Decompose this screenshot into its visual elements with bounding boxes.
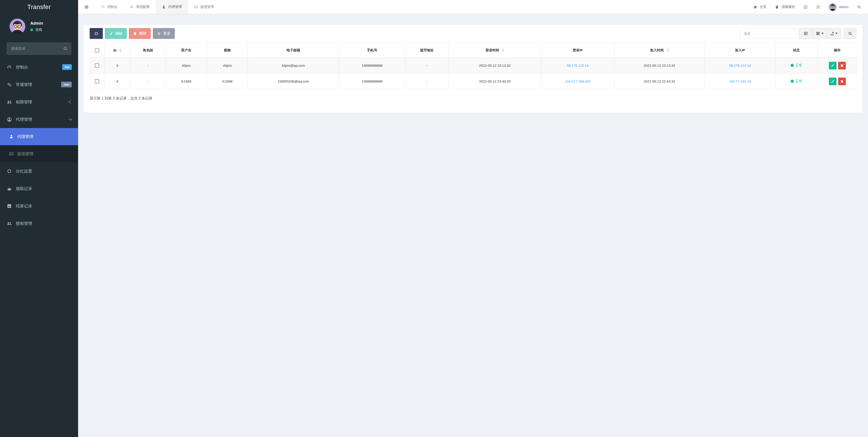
more-button[interactable]: 更多	[153, 28, 175, 39]
home-link[interactable]: 主页	[753, 5, 766, 9]
table-toolbar: 编辑 删除 更多	[90, 28, 857, 39]
export-button[interactable]	[827, 28, 841, 39]
sidebar-toggle-button[interactable]	[78, 0, 95, 14]
edit-button-label: 编辑	[115, 31, 122, 36]
select-all-checkbox[interactable]	[95, 48, 99, 53]
online-dot-icon	[30, 29, 33, 31]
status-dot-icon	[790, 79, 794, 83]
gears-icon	[857, 5, 861, 9]
gauge-icon	[101, 5, 105, 9]
header-mobile: 手机号	[339, 43, 405, 58]
header-rolegroup: 角色组	[131, 43, 165, 58]
sidebar-item-general[interactable]: 常规管理 new	[0, 76, 78, 93]
row-checkbox[interactable]	[95, 79, 99, 83]
table-search-input[interactable]	[740, 28, 796, 39]
top-navbar: 控制台 系统配置 代理管理 CC 提现管理 主页	[78, 0, 868, 14]
home-icon	[753, 5, 757, 9]
sidebar-submenu: 代理管理 CC 提现管理	[0, 128, 78, 162]
row-edit-button[interactable]	[829, 77, 837, 85]
cell-rolegroup: -	[131, 58, 165, 73]
cell-id: 9	[104, 58, 131, 73]
header-join-time[interactable]: 加入时间	[614, 43, 705, 58]
row-edit-button[interactable]	[829, 62, 837, 69]
chevron-down-icon	[69, 117, 72, 121]
delete-button[interactable]: 删除	[129, 28, 151, 39]
tab-system-config[interactable]: 系统配置	[124, 0, 156, 14]
sidebar-item-dividend[interactable]: 分红设置	[0, 162, 78, 180]
sidebar-item-claims[interactable]: 领取记录	[0, 180, 78, 197]
row-delete-button[interactable]	[838, 77, 846, 85]
status-dot-icon	[790, 64, 794, 67]
sidebar-item-dashboard[interactable]: 控制台 hot	[0, 58, 78, 76]
edit-button[interactable]: 编辑	[105, 28, 127, 39]
submenu-item-label: 提现管理	[17, 151, 33, 157]
join-ip-link[interactable]: 103.77.192.10	[729, 79, 751, 83]
cell-mobile: 18888888888	[339, 58, 405, 73]
sidebar-item-label: 常规管理	[16, 82, 61, 87]
user-menu[interactable]: Admin	[829, 3, 848, 11]
cell-operate	[817, 58, 857, 73]
sidebar-search-input[interactable]	[7, 42, 71, 55]
clear-cache-link[interactable]: 清除缓存	[775, 5, 795, 9]
sidebar-item-authorization[interactable]: 授权管理	[0, 215, 78, 232]
sidebar-item-agents[interactable]: 代理管理	[0, 111, 78, 128]
cell-username: fc1688	[165, 73, 207, 89]
cell-email: 158655336@qq.com	[248, 73, 339, 89]
cell-login-time: 2022-05-12 23:13:32	[448, 58, 541, 73]
cell-id: 8	[104, 73, 131, 89]
cell-nickname: fc1688	[207, 73, 248, 89]
sidebar-item-settlement[interactable]: as 结算记录	[0, 197, 78, 215]
sidebar-item-permissions[interactable]: 权限管理	[0, 93, 78, 111]
tab-withdraw-management[interactable]: CC 提现管理	[188, 0, 220, 14]
translate-icon: A	[804, 5, 808, 9]
tab-dashboard[interactable]: 控制台	[95, 0, 124, 14]
status-label: 正常	[796, 79, 802, 83]
header-select-all	[90, 43, 104, 58]
join-ip-link[interactable]: 58.176.122.14	[729, 64, 751, 67]
header-login-time[interactable]: 登录时间	[448, 43, 541, 58]
detail-view-button[interactable]	[799, 28, 813, 39]
refresh-button[interactable]	[90, 28, 103, 39]
table-header-row: ID 角色组 用户名 昵称 电子邮箱 手机号 提币地址 登录时间 登录IP 加入…	[90, 43, 857, 58]
trash-icon	[133, 32, 137, 35]
delete-button-label: 删除	[139, 31, 147, 36]
row-delete-button[interactable]	[838, 62, 846, 69]
table-row: 9 - Alipro Alipro Alipro@qq.com 18888888…	[90, 58, 857, 73]
pencil-icon	[109, 32, 113, 35]
refresh-icon	[94, 31, 98, 36]
sidebar-item-label: 控制台	[16, 64, 62, 70]
row-checkbox[interactable]	[95, 63, 99, 68]
gears-icon	[7, 82, 12, 87]
cake-icon	[7, 186, 12, 191]
caret-down-icon	[822, 33, 824, 34]
clear-cache-label: 清除缓存	[781, 5, 795, 9]
user-icon	[9, 134, 13, 139]
export-icon	[830, 31, 834, 35]
header-id[interactable]: ID	[104, 43, 131, 58]
columns-button[interactable]	[813, 28, 827, 39]
cell-login-time: 2022-05-12 23:40:20	[448, 73, 541, 89]
settings-button[interactable]	[857, 5, 861, 9]
user-status-label: 在线	[35, 28, 42, 32]
hamburger-icon	[84, 4, 89, 9]
sidebar-search	[7, 42, 71, 55]
login-ip-link[interactable]: 58.176.122.14	[567, 64, 589, 67]
login-ip-link[interactable]: 124.217.189.102	[565, 79, 590, 83]
header-operate: 操作	[817, 43, 857, 58]
content-area: 编辑 删除 更多	[78, 14, 868, 437]
header-status: 状态	[775, 43, 817, 58]
fullscreen-button[interactable]	[816, 5, 820, 9]
sidebar-user-panel: Admin 在线	[0, 14, 78, 37]
tab-agent-management[interactable]: 代理管理	[156, 0, 188, 14]
search-icon	[63, 46, 68, 51]
main-area: 控制台 系统配置 代理管理 CC 提现管理 主页	[78, 0, 868, 437]
language-button[interactable]: A	[804, 5, 808, 9]
submenu-item-withdraw[interactable]: CC 提现管理	[0, 145, 78, 162]
pencil-icon	[831, 64, 835, 67]
submenu-item-agents[interactable]: 代理管理	[0, 128, 78, 145]
gear-icon	[157, 32, 161, 35]
tab-label: 控制台	[107, 5, 118, 9]
cell-mobile: 15888888888	[339, 73, 405, 89]
header-login-ip: 登录IP	[541, 43, 614, 58]
search-submit-button[interactable]	[844, 28, 857, 39]
